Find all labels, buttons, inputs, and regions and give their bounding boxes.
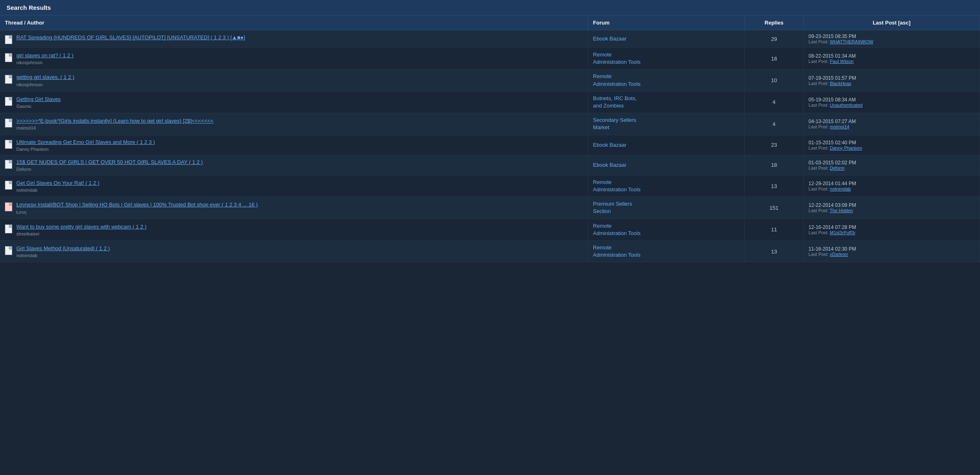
- thread-icon: [5, 246, 12, 255]
- reply-count: 151: [745, 197, 804, 219]
- thread-author: Łσνη: [16, 210, 583, 215]
- col-header-thread: Thread / Author: [0, 16, 588, 30]
- thread-icon: [5, 35, 12, 44]
- thread-title[interactable]: Girl Slaves Method |Unsaturated| ( 1 2 ): [16, 245, 110, 251]
- thread-author: moimoi14: [16, 125, 583, 130]
- reply-count: 29: [745, 30, 804, 48]
- last-post-username-link[interactable]: M1st3rPuff3r: [830, 230, 856, 235]
- reply-count: 4: [745, 113, 804, 135]
- thread-title[interactable]: RAT Spreading [HUNDREDS OF GIRL SLAVES] …: [16, 34, 245, 40]
- thread-author: notnimdab: [16, 253, 583, 258]
- last-post-info: 05-19-2015 08:34 AMLast Post: Unauthenti…: [803, 91, 980, 113]
- table-row: >>>>>>>*E-book*[Girls installs instantly…: [0, 113, 980, 135]
- thread-content: RAT Spreading [HUNDREDS OF GIRL SLAVES] …: [16, 34, 583, 41]
- thread-icon: [5, 75, 12, 84]
- search-results-container: Search Results Thread / Author Forum Rep…: [0, 0, 980, 262]
- thread-content: >>>>>>>*E-book*[Girls installs instantly…: [16, 117, 583, 130]
- last-post-date: 08-22-2015 01:34 AM: [809, 53, 975, 59]
- last-post-username-link[interactable]: notnimdab: [830, 186, 851, 191]
- thread-author: Deform: [16, 167, 583, 172]
- thread-title[interactable]: Get Girl Slaves On Your Rat! ( 1 2 ): [16, 180, 99, 186]
- table-row: Want to buy some pretty girl slaves with…: [0, 219, 980, 240]
- thread-icon: [5, 160, 12, 169]
- last-post-user: Last Post: xDarknor: [809, 252, 975, 257]
- last-post-date: 09-23-2015 08:35 PM: [809, 34, 975, 39]
- last-post-username-link[interactable]: Deform: [830, 166, 845, 170]
- last-post-date: 07-19-2015 01:57 PM: [809, 75, 975, 81]
- forum-name[interactable]: Secondary Sellers Market: [588, 113, 744, 135]
- forum-name[interactable]: Ebook Bazaar: [588, 155, 744, 175]
- last-post-info: 01-15-2015 02:40 PMLast Post: Danny Phan…: [803, 135, 980, 155]
- table-row: girl slaves on rat? ( 1 2 )nikosjohnsonR…: [0, 48, 980, 69]
- forum-name[interactable]: Remote Administration Tools: [588, 241, 744, 262]
- table-row: Get Girl Slaves On Your Rat! ( 1 2 )notn…: [0, 175, 980, 197]
- last-post-user: Last Post: WHATTHERAINBOW: [809, 39, 975, 44]
- thread-title[interactable]: >>>>>>>*E-book*[Girls installs instantly…: [16, 118, 214, 124]
- search-results-header: Search Results: [0, 0, 980, 16]
- forum-name[interactable]: Remote Administration Tools: [588, 48, 744, 69]
- last-post-username-link[interactable]: xDarknor: [830, 252, 848, 257]
- thread-content: Łσνηεѕн Install/BOT Shop | Selling HQ Bo…: [16, 201, 583, 214]
- thread-content: Want to buy some pretty girl slaves with…: [16, 223, 583, 236]
- last-post-date: 05-19-2015 08:34 AM: [809, 97, 975, 103]
- table-header-row: Thread / Author Forum Replies Last Post …: [0, 16, 980, 30]
- last-post-username-link[interactable]: Paul Wilson: [830, 59, 854, 64]
- last-post-date: 04-13-2015 07:27 AM: [809, 119, 975, 124]
- last-post-date: 12-16-2014 07:28 PM: [809, 224, 975, 230]
- last-post-username-link[interactable]: WHATTHERAINBOW: [830, 39, 873, 44]
- forum-name[interactable]: Remote Administration Tools: [588, 69, 744, 91]
- col-header-replies: Replies: [745, 16, 804, 30]
- forum-name[interactable]: Ebook Bazaar: [588, 135, 744, 155]
- thread-content: Girl Slaves Method |Unsaturated| ( 1 2 )…: [16, 245, 583, 258]
- last-post-username-link[interactable]: Unauthenticated: [830, 103, 863, 108]
- page-title: Search Results: [7, 4, 51, 11]
- last-post-date: 11-16-2014 02:30 PM: [809, 246, 975, 252]
- reply-count: 13: [745, 175, 804, 197]
- last-post-info: 01-03-2015 02:02 PMLast Post: Deform: [803, 155, 980, 175]
- col-header-lastpost: Last Post [asc]: [803, 16, 980, 30]
- last-post-info: 08-22-2015 01:34 AMLast Post: Paul Wilso…: [803, 48, 980, 69]
- thread-content: Ultimate Spreading Get Emo Girl Slaves a…: [16, 139, 583, 152]
- forum-name[interactable]: Botnets, IRC Bots, and Zombies: [588, 91, 744, 113]
- col-header-forum: Forum: [588, 16, 744, 30]
- last-post-user: Last Post: Deform: [809, 166, 975, 170]
- thread-title[interactable]: Łσνηεѕн Install/BOT Shop | Selling HQ Bo…: [16, 202, 258, 208]
- thread-title[interactable]: Getting Girl Slaves: [16, 96, 61, 102]
- thread-title[interactable]: girl slaves on rat? ( 1 2 ): [16, 52, 73, 58]
- thread-content: 15$ GET NUDES OF GIRLS | GET OVER 50 HOT…: [16, 159, 583, 172]
- last-post-username-link[interactable]: BlackHoax: [830, 81, 852, 86]
- thread-icon: [5, 119, 12, 128]
- thread-title[interactable]: Want to buy some pretty girl slaves with…: [16, 224, 146, 230]
- table-row: Łσνηεѕн Install/BOT Shop | Selling HQ Bo…: [0, 197, 980, 219]
- thread-author: Gasmic: [16, 104, 583, 109]
- thread-author: notnimdab: [16, 188, 583, 193]
- thread-content: getting girl slaves. ( 1 2 )nikosjohnson: [16, 74, 583, 87]
- last-post-username-link[interactable]: moimoi14: [830, 124, 850, 129]
- forum-name[interactable]: Remote Administration Tools: [588, 175, 744, 197]
- table-row: Getting Girl SlavesGasmicBotnets, IRC Bo…: [0, 91, 980, 113]
- last-post-user: Last Post: moimoi14: [809, 124, 975, 129]
- thread-author: streetkaiser: [16, 231, 583, 236]
- last-post-date: 12-22-2014 03:09 PM: [809, 202, 975, 208]
- thread-title[interactable]: Ultimate Spreading Get Emo Girl Slaves a…: [16, 139, 155, 145]
- last-post-user: Last Post: Danny Phantom: [809, 146, 975, 150]
- reply-count: 23: [745, 135, 804, 155]
- reply-count: 10: [745, 69, 804, 91]
- thread-title[interactable]: getting girl slaves. ( 1 2 ): [16, 74, 74, 80]
- forum-name[interactable]: Premium Sellers Section: [588, 197, 744, 219]
- last-post-username-link[interactable]: Danny Phantom: [830, 146, 862, 150]
- thread-title[interactable]: 15$ GET NUDES OF GIRLS | GET OVER 50 HOT…: [16, 159, 203, 165]
- forum-name[interactable]: Remote Administration Tools: [588, 219, 744, 240]
- reply-count: 18: [745, 48, 804, 69]
- forum-name[interactable]: Ebook Bazaar: [588, 30, 744, 48]
- last-post-username-link[interactable]: The Hidden: [830, 208, 853, 213]
- last-post-user: Last Post: BlackHoax: [809, 81, 975, 86]
- last-post-info: 12-16-2014 07:28 PMLast Post: M1st3rPuff…: [803, 219, 980, 240]
- last-post-info: 07-19-2015 01:57 PMLast Post: BlackHoax: [803, 69, 980, 91]
- thread-icon: [5, 53, 12, 62]
- last-post-info: 04-13-2015 07:27 AMLast Post: moimoi14: [803, 113, 980, 135]
- reply-count: 18: [745, 155, 804, 175]
- last-post-info: 09-23-2015 08:35 PMLast Post: WHATTHERAI…: [803, 30, 980, 48]
- reply-count: 13: [745, 241, 804, 262]
- last-post-user: Last Post: Unauthenticated: [809, 103, 975, 108]
